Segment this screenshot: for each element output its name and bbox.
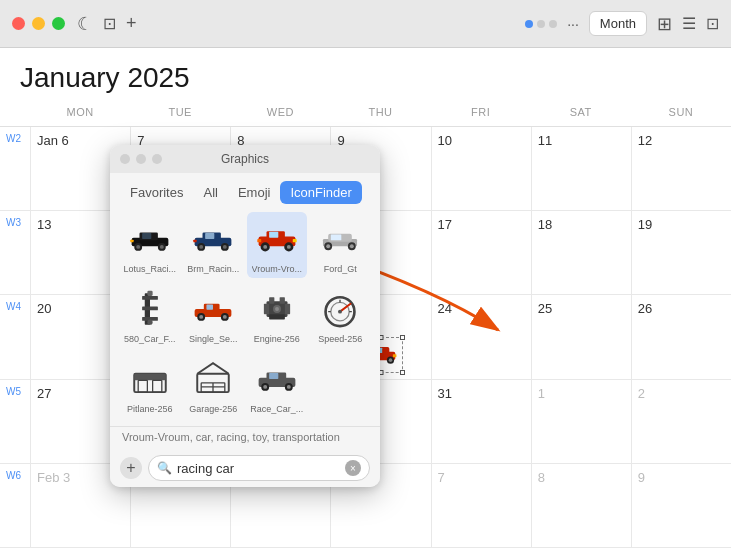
cal-day-19[interactable]: 19 <box>631 211 731 294</box>
add-event-icon[interactable]: + <box>126 13 137 34</box>
split-view-icon[interactable]: ⊡ <box>103 14 116 33</box>
icon-lotus[interactable]: Lotus_Raci... <box>120 212 180 278</box>
garage-label: Garage-256 <box>189 404 237 414</box>
svg-point-83 <box>287 385 291 389</box>
svg-point-51 <box>199 315 203 319</box>
cal-day-26[interactable]: 26 <box>631 295 731 378</box>
svg-rect-58 <box>279 297 284 304</box>
icon-580-car[interactable]: 580_Car_F... <box>120 282 180 348</box>
svg-rect-11 <box>142 233 151 239</box>
panel-minimize[interactable] <box>136 154 146 164</box>
single-se-icon <box>190 286 236 332</box>
traffic-lights <box>12 17 65 30</box>
cal-day-11[interactable]: 11 <box>531 127 631 210</box>
panel-maximize[interactable] <box>152 154 162 164</box>
cal-day-feb1[interactable]: 1 <box>531 380 631 463</box>
sidebar-toggle-icon[interactable]: ⊡ <box>706 14 719 33</box>
icon-pitlane[interactable]: Pitlane-256 <box>120 352 180 418</box>
lotus-label: Lotus_Raci... <box>123 264 176 274</box>
search-bar: + 🔍 racing car × <box>110 449 380 487</box>
tab-all[interactable]: All <box>193 181 227 204</box>
pitlane-icon <box>127 356 173 402</box>
calendar-header: January 2025 <box>0 48 731 102</box>
dot-indicators <box>525 20 557 28</box>
580-car-label: 580_Car_F... <box>124 334 176 344</box>
minimize-button[interactable] <box>32 17 45 30</box>
svg-point-15 <box>160 245 164 249</box>
cal-day-feb7[interactable]: 7 <box>431 464 531 547</box>
icon-garage[interactable]: Garage-256 <box>184 352 244 418</box>
svg-point-21 <box>199 245 203 249</box>
brm-label: Brm_Racin... <box>187 264 239 274</box>
dot-blue <box>525 20 533 28</box>
brm-icon <box>190 216 236 262</box>
pitlane-label: Pitlane-256 <box>127 404 173 414</box>
toolbar-right: ··· Month ⊞ ☰ ⊡ <box>525 11 719 36</box>
svg-point-13 <box>136 245 140 249</box>
calendar-title: January 2025 <box>20 62 711 94</box>
week-label-w2: W2 <box>0 127 30 210</box>
icon-ford[interactable]: Ford_Gt <box>311 212 371 278</box>
week-label-w6: W6 <box>0 464 30 547</box>
svg-point-65 <box>338 310 342 314</box>
cal-day-feb2[interactable]: 2 <box>631 380 731 463</box>
svg-point-23 <box>223 245 227 249</box>
svg-rect-32 <box>257 239 261 242</box>
engine-icon <box>254 286 300 332</box>
title-bar: ☾ ⊡ + ··· Month ⊞ ☰ ⊡ <box>0 0 731 48</box>
tab-iconfinder[interactable]: IconFinder <box>280 181 361 204</box>
month-view-button[interactable]: Month <box>589 11 647 36</box>
search-field[interactable]: 🔍 racing car × <box>148 455 370 481</box>
engine-label: Engine-256 <box>254 334 300 344</box>
dot-white2 <box>549 20 557 28</box>
maximize-button[interactable] <box>52 17 65 30</box>
tab-favorites[interactable]: Favorites <box>120 181 193 204</box>
svg-point-6 <box>389 358 393 362</box>
svg-point-45 <box>147 320 152 325</box>
handle-tr <box>400 335 405 340</box>
single-se-label: Single_Se... <box>189 334 238 344</box>
cal-day-feb9[interactable]: 9 <box>631 464 731 547</box>
cal-day-18[interactable]: 18 <box>531 211 631 294</box>
week-label-w3: W3 <box>0 211 30 294</box>
ford-label: Ford_Gt <box>324 264 357 274</box>
icon-brm[interactable]: Brm_Racin... <box>184 212 244 278</box>
icon-vroum[interactable]: Vroum-Vro... <box>247 212 307 278</box>
svg-rect-27 <box>269 232 278 238</box>
tab-emoji[interactable]: Emoji <box>228 181 281 204</box>
svg-rect-8 <box>393 354 397 357</box>
close-button[interactable] <box>12 17 25 30</box>
svg-rect-42 <box>142 296 158 300</box>
svg-rect-55 <box>264 304 269 315</box>
cal-day-25[interactable]: 25 <box>531 295 631 378</box>
race-car-label: Race_Car_... <box>250 404 303 414</box>
garage-icon <box>190 356 236 402</box>
svg-rect-79 <box>269 373 278 379</box>
icon-engine[interactable]: Engine-256 <box>247 282 307 348</box>
svg-rect-36 <box>331 234 342 240</box>
cal-day-17[interactable]: 17 <box>431 211 531 294</box>
svg-point-31 <box>287 245 291 249</box>
list-view-icon[interactable]: ☰ <box>682 14 696 33</box>
cal-day-31[interactable]: 31 <box>431 380 531 463</box>
cal-day-12[interactable]: 12 <box>631 127 731 210</box>
cal-day-24[interactable]: 24 <box>431 295 531 378</box>
cal-day-10[interactable]: 10 <box>431 127 531 210</box>
cal-day-feb8[interactable]: 8 <box>531 464 631 547</box>
icon-single-se[interactable]: Single_Se... <box>184 282 244 348</box>
svg-rect-16 <box>130 240 133 243</box>
ford-icon <box>317 216 363 262</box>
icon-speed[interactable]: Speed-256 <box>311 282 371 348</box>
panel-close[interactable] <box>120 154 130 164</box>
add-icon-button[interactable]: + <box>120 457 142 479</box>
grid-view-icon[interactable]: ⊞ <box>657 13 672 35</box>
search-clear-button[interactable]: × <box>345 460 361 476</box>
svg-point-29 <box>263 245 267 249</box>
dots-menu-icon[interactable]: ··· <box>567 16 579 32</box>
race-car-icon <box>254 356 300 402</box>
day-header-sun: SUN <box>631 102 731 122</box>
580-car-icon <box>127 286 173 332</box>
graphics-panel-titlebar: Graphics <box>110 145 380 173</box>
icon-race-car[interactable]: Race_Car_... <box>247 352 307 418</box>
search-icon: 🔍 <box>157 461 172 475</box>
